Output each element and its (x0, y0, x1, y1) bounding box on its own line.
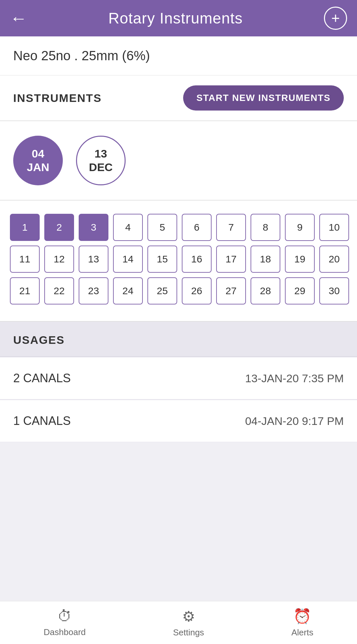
instrument-subtitle: Neo 25no . 25mm (6%) (0, 36, 357, 75)
usage-canals-0: 2 CANALS (13, 371, 71, 385)
calendar-day-27[interactable]: 27 (216, 277, 246, 304)
usage-date-0: 13-JAN-20 7:35 PM (245, 372, 344, 385)
calendar-day-17[interactable]: 17 (216, 246, 246, 273)
start-new-instruments-button[interactable]: START NEW INSTRUMENTS (183, 85, 344, 111)
calendar-day-29[interactable]: 29 (285, 277, 315, 304)
nav-item-settings[interactable]: ⚙ Settings (173, 608, 204, 638)
alerts-label: Alerts (291, 627, 313, 638)
calendar-day-24[interactable]: 24 (113, 277, 143, 304)
calendar-day-14[interactable]: 14 (113, 246, 143, 273)
date-circles-section: 04JAN13DEC (0, 121, 357, 201)
usage-canals-1: 1 CANALS (13, 414, 71, 428)
back-button[interactable]: ← (10, 10, 27, 27)
date-circle-dec[interactable]: 13DEC (76, 136, 126, 185)
settings-label: Settings (173, 627, 204, 638)
calendar-day-4[interactable]: 4 (113, 214, 143, 241)
usage-row-0[interactable]: 2 CANALS 13-JAN-20 7:35 PM (0, 357, 357, 399)
calendar-day-13[interactable]: 13 (79, 246, 108, 273)
calendar-day-1[interactable]: 1 (10, 214, 40, 241)
nav-item-alerts[interactable]: ⏰ Alerts (291, 608, 313, 638)
page-title: Rotary Instruments (108, 9, 243, 27)
calendar-day-26[interactable]: 26 (182, 277, 212, 304)
calendar-day-22[interactable]: 22 (44, 277, 74, 304)
calendar-day-19[interactable]: 19 (285, 246, 315, 273)
dashboard-icon: ⏱ (58, 608, 72, 624)
calendar-grid: 1234567891011121314151617181920212223242… (10, 214, 347, 304)
calendar-day-3[interactable]: 3 (79, 214, 108, 241)
usages-section: USAGES 2 CANALS 13-JAN-20 7:35 PM 1 CANA… (0, 322, 357, 442)
bottom-nav: ⏱ Dashboard ⚙ Settings ⏰ Alerts (0, 601, 357, 644)
app-header: ← Rotary Instruments + (0, 0, 357, 36)
calendar-day-25[interactable]: 25 (147, 277, 177, 304)
instruments-bar: INSTRUMENTS START NEW INSTRUMENTS (0, 75, 357, 121)
calendar-section: 1234567891011121314151617181920212223242… (0, 201, 357, 322)
alerts-icon: ⏰ (293, 608, 311, 625)
calendar-day-2[interactable]: 2 (44, 214, 74, 241)
calendar-day-28[interactable]: 28 (251, 277, 280, 304)
calendar-day-21[interactable]: 21 (10, 277, 40, 304)
nav-item-dashboard[interactable]: ⏱ Dashboard (44, 608, 86, 637)
settings-icon: ⚙ (182, 608, 195, 625)
date-circle-jan[interactable]: 04JAN (13, 136, 63, 185)
calendar-day-10[interactable]: 10 (319, 214, 349, 241)
usage-date-1: 04-JAN-20 9:17 PM (245, 415, 344, 428)
add-button[interactable]: + (324, 7, 347, 30)
instruments-label: INSTRUMENTS (13, 92, 102, 105)
calendar-day-9[interactable]: 9 (285, 214, 315, 241)
calendar-day-5[interactable]: 5 (147, 214, 177, 241)
dashboard-label: Dashboard (44, 627, 86, 637)
calendar-day-30[interactable]: 30 (319, 277, 349, 304)
calendar-day-6[interactable]: 6 (182, 214, 212, 241)
calendar-day-8[interactable]: 8 (251, 214, 280, 241)
calendar-day-7[interactable]: 7 (216, 214, 246, 241)
calendar-day-12[interactable]: 12 (44, 246, 74, 273)
calendar-day-18[interactable]: 18 (251, 246, 280, 273)
calendar-day-23[interactable]: 23 (79, 277, 108, 304)
calendar-day-16[interactable]: 16 (182, 246, 212, 273)
usages-header: USAGES (0, 322, 357, 357)
calendar-day-20[interactable]: 20 (319, 246, 349, 273)
usage-row-1[interactable]: 1 CANALS 04-JAN-20 9:17 PM (0, 400, 357, 442)
calendar-day-11[interactable]: 11 (10, 246, 40, 273)
calendar-day-15[interactable]: 15 (147, 246, 177, 273)
